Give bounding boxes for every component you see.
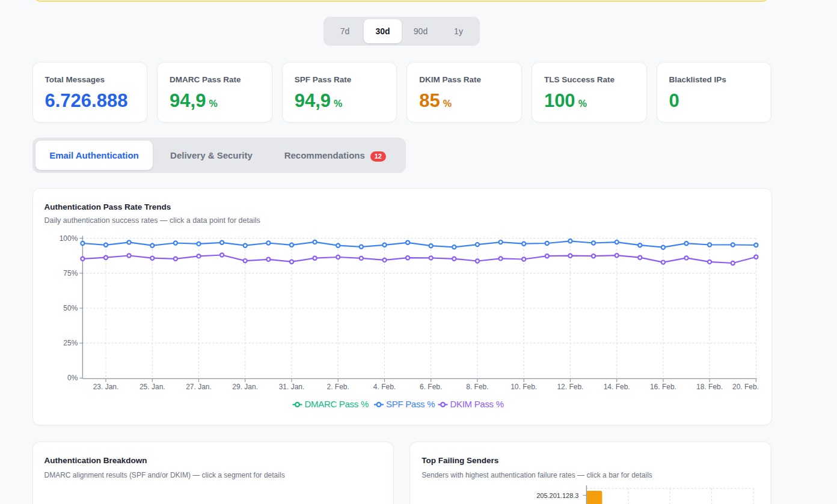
svg-text:75%: 75%	[63, 269, 78, 278]
svg-text:6. Feb.: 6. Feb.	[420, 383, 442, 391]
svg-text:12. Feb.: 12. Feb.	[557, 383, 583, 391]
svg-text:27. Jan.: 27. Jan.	[186, 383, 212, 391]
svg-text:18. Feb.: 18. Feb.	[696, 383, 723, 391]
svg-text:10. Feb.: 10. Feb.	[510, 383, 537, 391]
svg-text:100%: 100%	[60, 234, 78, 243]
svg-text:20. Feb.: 20. Feb.	[732, 383, 759, 391]
svg-text:205.201.128.3: 205.201.128.3	[536, 492, 578, 499]
svg-text:4. Feb.: 4. Feb.	[373, 383, 396, 391]
svg-text:8. Feb.: 8. Feb.	[466, 383, 488, 391]
svg-text:29. Jan.: 29. Jan.	[232, 383, 258, 391]
svg-text:25. Jan.: 25. Jan.	[140, 383, 165, 391]
svg-text:14. Feb.: 14. Feb.	[604, 383, 630, 391]
svg-text:16. Feb.: 16. Feb.	[650, 383, 676, 391]
svg-text:50%: 50%	[63, 304, 78, 312]
svg-text:31. Jan.: 31. Jan.	[279, 383, 305, 391]
svg-text:0%: 0%	[67, 374, 78, 382]
svg-text:23. Jan.: 23. Jan.	[93, 383, 119, 391]
svg-text:2. Feb.: 2. Feb.	[327, 383, 349, 391]
svg-text:25%: 25%	[63, 339, 78, 347]
